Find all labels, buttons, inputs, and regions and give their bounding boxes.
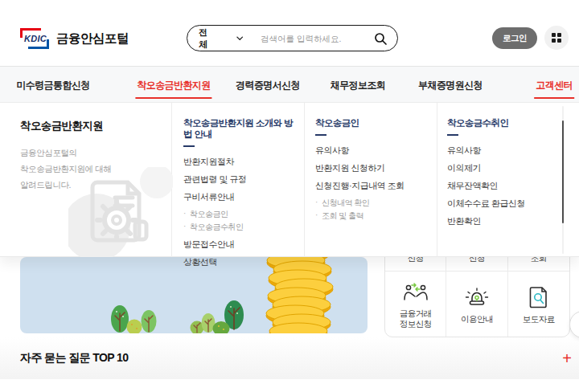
nav-item-customer-center[interactable]: 고객센터 [536, 67, 573, 104]
search-category-value: 전체 [199, 27, 216, 51]
menu-link[interactable]: 상황선택 [183, 258, 300, 267]
document-search-icon [529, 286, 548, 308]
floating-side-button[interactable] [569, 311, 579, 338]
mega-column-title[interactable]: 착오송금인 [315, 117, 432, 129]
menu-sublink[interactable]: 조회 및 출력 [315, 212, 432, 220]
menu-link[interactable]: 신청진행·지급내역 조회 [315, 182, 432, 190]
divider [171, 103, 172, 257]
handshake-icon [402, 282, 429, 303]
menu-link[interactable]: 관련법령 및 규정 [183, 175, 300, 184]
all-menu-button[interactable] [544, 26, 569, 50]
faq-section-header: 자주 묻는 질문 TOP 10 + [0, 337, 579, 379]
search-icon [374, 32, 387, 45]
search-input[interactable] [243, 34, 369, 43]
mega-menu-panel: 착오송금반환지원 금융안심포털의 착오송금반환지원에 대해 알려드립니다. 착오… [0, 103, 579, 257]
menu-link[interactable]: 방문접수안내 [183, 240, 300, 249]
menu-link[interactable]: 유의사항 [447, 146, 564, 155]
quick-cell-financial-info[interactable]: 금융거래 정보신청 [385, 272, 446, 337]
mega-menu-intro: 착오송금반환지원 금융안심포털의 착오송금반환지원에 대해 알려드립니다. [20, 119, 165, 193]
menu-link[interactable]: 이의제기 [447, 164, 564, 173]
quick-cell-user-guide[interactable]: 이용안내 [446, 272, 507, 337]
intro-desc-line: 알려드립니다. [20, 177, 165, 193]
chevron-down-icon [236, 36, 243, 41]
header: KDIC 금융안심포털 전체 로그인 [0, 0, 579, 66]
nav-item-career-cert[interactable]: 경력증명서신청 [236, 67, 300, 104]
menu-link[interactable]: 반환지원절차 [183, 157, 300, 166]
siren-icon [465, 287, 489, 308]
quick-cell-press[interactable]: 보도자료 [508, 272, 569, 337]
quick-cell-label-line: 금융거래 [400, 308, 432, 318]
faq-expand-button[interactable]: + [562, 350, 572, 366]
mega-column-overview: 착오송금반환지원 소개와 방법 안내 반환지원절차 관련법령 및 규정 구비서류… [183, 117, 300, 276]
menu-link[interactable]: 이체수수료 환급신청 [447, 199, 564, 208]
scrollbar-thumb[interactable] [562, 120, 564, 223]
quick-cell-label: 이용안내 [461, 314, 493, 325]
title-dash [315, 134, 326, 136]
quick-cell-label: 보도자료 [523, 314, 555, 325]
global-nav: 미수령금통합신청 착오송금반환지원 경력증명서신청 채무정보조회 부채증명원신청… [0, 66, 579, 103]
kdic-emblem-icon: KDIC [20, 28, 49, 49]
faq-title: 자주 묻는 질문 TOP 10 [20, 351, 128, 365]
nav-item-wrong-transfer[interactable]: 착오송금반환지원 [137, 67, 210, 104]
nav-item-debt-cert[interactable]: 부채증명원신청 [418, 67, 482, 104]
divider [437, 103, 437, 257]
title-dash [183, 145, 195, 147]
site-title: 금융안심포털 [56, 31, 129, 47]
menu-link[interactable]: 구비서류안내 [183, 193, 300, 202]
intro-desc-line: 금융안심포털의 [20, 145, 165, 161]
title-dash [447, 134, 458, 136]
menu-sublink[interactable]: 착오송금인 [183, 210, 300, 218]
login-button[interactable]: 로그인 [492, 27, 537, 49]
search-bar: 전체 [187, 25, 398, 51]
menu-link[interactable]: 채무잔액확인 [447, 182, 564, 190]
mega-menu-intro-title: 착오송금반환지원 [20, 119, 165, 133]
quick-cell-label-line: 정보신청 [400, 319, 432, 329]
logo-kdic-text: KDIC [24, 34, 47, 43]
menu-link[interactable]: 반환확인 [447, 217, 564, 226]
menu-sublink[interactable]: 신청내역 확인 [315, 199, 432, 207]
nav-item-unclaimed-funds[interactable]: 미수령금통합신청 [16, 67, 89, 104]
mega-column-sender: 착오송금인 유의사항 반환지원 신청하기 신청진행·지급내역 조회 신청내역 확… [315, 117, 432, 225]
mega-column-title[interactable]: 착오송금수취인 [447, 117, 564, 129]
nav-item-debt-info[interactable]: 채무정보조회 [331, 67, 385, 104]
mega-column-recipient: 착오송금수취인 유의사항 이의제기 채무잔액확인 이체수수료 환급신청 반환확인 [447, 117, 564, 235]
divider [304, 103, 305, 257]
search-button[interactable] [369, 32, 397, 45]
menu-sublink[interactable]: 착오송금수취인 [183, 223, 300, 231]
grid-menu-icon [552, 33, 561, 43]
financial-portal-page: KDIC 금융안심포털 전체 로그인 미수령금통합신청 착오송금반환지원 경력증… [0, 0, 579, 392]
kdic-logo[interactable]: KDIC 금융안심포털 [20, 28, 129, 49]
search-category-select[interactable]: 전체 [187, 27, 243, 51]
menu-link[interactable]: 반환지원 신청하기 [315, 164, 432, 173]
intro-desc-line: 착오송금반환지원에 대해 [20, 161, 165, 177]
menu-link[interactable]: 유의사항 [315, 146, 432, 155]
mega-column-title[interactable]: 착오송금반환지원 소개와 방법 안내 [183, 117, 300, 140]
